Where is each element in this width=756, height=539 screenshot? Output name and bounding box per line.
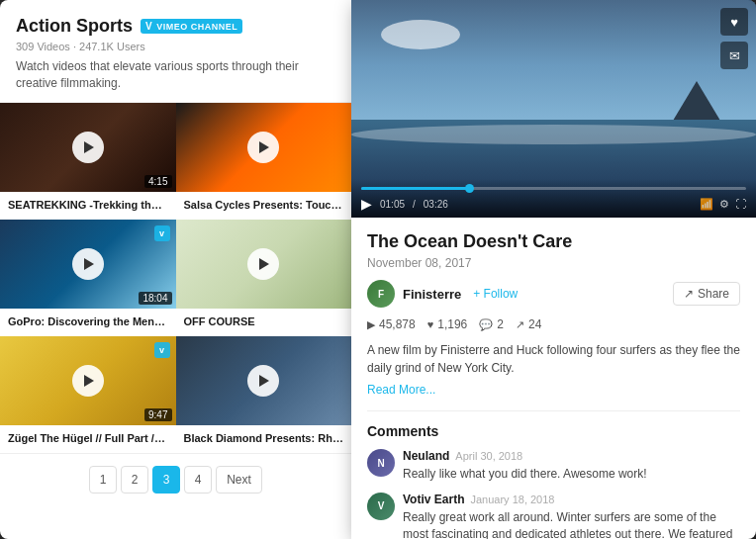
current-time: 01:05 — [380, 199, 405, 210]
video-info-4: OFF COURSE — [176, 309, 352, 336]
video-thumb-4 — [176, 220, 352, 309]
play-triangle-icon — [84, 375, 94, 387]
comment-2-author-row: Votiv Earth January 18, 2018 — [403, 493, 740, 506]
comment-1-body: Neuland April 30, 2018 Really like what … — [403, 449, 647, 483]
stats-row: ▶ 45,878 ♥ 1,196 💬 2 ↗ 24 — [367, 317, 740, 331]
share-video-button[interactable]: ✉ — [720, 42, 748, 69]
duration-badge-3: 18:04 — [139, 292, 171, 305]
cloud-decoration — [381, 20, 460, 49]
video-info-2: Salsa Cycles Presents: Touching The S... — [176, 192, 352, 220]
video-player: ♥ ✉ ▶ 01:05 / 03:26 📶 ⚙ ⛶ — [351, 0, 756, 218]
play-triangle-icon — [84, 141, 94, 153]
author-info: F Finisterre + Follow — [367, 280, 518, 308]
play-pause-button[interactable]: ▶ — [361, 196, 372, 212]
video-card-6[interactable]: Black Diamond Presents: Rhythm — [176, 336, 352, 453]
comment-1-date: April 30, 2018 — [455, 450, 522, 462]
progress-bar[interactable] — [361, 187, 746, 190]
favorite-button[interactable]: ♥ — [720, 8, 748, 36]
video-card-5[interactable]: v 9:47 Zügel The Hügel // Full Part // B… — [0, 336, 176, 453]
plays-count: 45,878 — [379, 317, 416, 331]
page-1-button[interactable]: 1 — [89, 466, 117, 494]
video-card-3[interactable]: v 18:04 GoPro: Discovering the Mentawais… — [0, 220, 176, 336]
comments-stat: 💬 2 — [479, 317, 504, 331]
right-panel: ♥ ✉ ▶ 01:05 / 03:26 📶 ⚙ ⛶ — [351, 0, 756, 539]
share-button[interactable]: ↗ Share — [673, 282, 740, 306]
progress-handle[interactable] — [465, 184, 474, 193]
read-more-button[interactable]: Read More... — [367, 383, 740, 397]
play-stat-icon: ▶ — [367, 318, 375, 331]
comment-stat-icon: 💬 — [479, 318, 493, 331]
author-row: F Finisterre + Follow ↗ Share — [367, 280, 740, 308]
author-avatar: F — [367, 280, 395, 308]
play-triangle-icon — [259, 258, 269, 270]
comment-2-body: Votiv Earth January 18, 2018 Really grea… — [403, 493, 740, 539]
play-triangle-icon — [84, 258, 94, 270]
video-info-3: GoPro: Discovering the Mentawais in 4K — [0, 309, 176, 336]
comment-1-author: Neuland — [403, 449, 449, 463]
video-title-5: Zügel The Hügel // Full Part // BIRDS BR… — [8, 431, 168, 445]
vimeo-v-badge-3: v — [154, 225, 170, 241]
video-date: November 08, 2017 — [367, 256, 740, 270]
total-time: 03:26 — [424, 199, 448, 210]
play-button-6[interactable] — [247, 365, 279, 397]
video-info-6: Black Diamond Presents: Rhythm — [176, 425, 352, 453]
video-thumb-6 — [176, 336, 352, 425]
comments-section: Comments N Neuland April 30, 2018 Really… — [367, 410, 740, 539]
comment-2-text: Really great work all around. Winter sur… — [403, 509, 740, 539]
video-meta-section: The Ocean Doesn't Care November 08, 2017… — [351, 218, 756, 539]
comment-2-author: Votiv Earth — [403, 493, 464, 506]
video-card-1[interactable]: 4:15 SEATREKKING -Trekking the Ocean — [0, 103, 176, 220]
video-title-4: OFF COURSE — [184, 314, 344, 328]
share-stat-icon: ↗ — [516, 318, 524, 331]
video-title-6: Black Diamond Presents: Rhythm — [184, 431, 344, 445]
next-page-button[interactable]: Next — [216, 466, 262, 494]
play-button-4[interactable] — [247, 248, 279, 280]
video-main-title: The Ocean Doesn't Care — [367, 231, 740, 252]
right-controls: 📶 ⚙ ⛶ — [700, 198, 746, 211]
video-info-1: SEATREKKING -Trekking the Ocean — [0, 192, 176, 220]
main-container: Action Sports v VIMEO CHANNEL 309 Videos… — [0, 0, 756, 539]
play-triangle-icon — [259, 375, 269, 387]
plays-stat: ▶ 45,878 — [367, 317, 416, 331]
shares-count: 24 — [528, 317, 541, 331]
comment-1-avatar: N — [367, 449, 395, 477]
vimeo-badge-label: VIMEO CHANNEL — [156, 22, 237, 32]
volume-icon[interactable]: 📶 — [700, 198, 713, 211]
controls-row: ▶ 01:05 / 03:26 📶 ⚙ ⛶ — [361, 196, 746, 212]
wave-decoration — [351, 125, 756, 144]
play-button-5[interactable] — [72, 365, 104, 397]
page-4-button[interactable]: 4 — [184, 466, 212, 494]
video-thumb-5: v 9:47 — [0, 336, 176, 425]
play-button-3[interactable] — [72, 248, 104, 280]
like-stat-icon: ♥ — [427, 318, 434, 330]
video-card-2[interactable]: Salsa Cycles Presents: Touching The S... — [176, 103, 352, 220]
duration-badge-1: 4:15 — [144, 175, 171, 188]
video-title-1: SEATREKKING -Trekking the Ocean — [8, 198, 168, 212]
play-button-1[interactable] — [72, 132, 104, 163]
channel-title: Action Sports — [16, 16, 133, 37]
play-button-2[interactable] — [247, 132, 279, 163]
fullscreen-icon[interactable]: ⛶ — [735, 198, 746, 210]
comment-1-text: Really like what you did there. Awesome … — [403, 466, 647, 483]
vimeo-v-badge-5: v — [154, 342, 170, 358]
video-card-4[interactable]: OFF COURSE — [176, 220, 352, 336]
player-controls: ▶ 01:05 / 03:26 📶 ⚙ ⛶ — [351, 179, 756, 218]
vimeo-badge: v VIMEO CHANNEL — [141, 19, 242, 34]
page-2-button[interactable]: 2 — [121, 466, 148, 494]
follow-button[interactable]: + Follow — [473, 287, 518, 301]
left-panel: Action Sports v VIMEO CHANNEL 309 Videos… — [0, 0, 351, 539]
shares-stat: ↗ 24 — [516, 317, 541, 331]
settings-icon[interactable]: ⚙ — [719, 198, 729, 211]
comments-count: 2 — [497, 317, 504, 331]
video-info-5: Zügel The Hügel // Full Part // BIRDS BR… — [0, 425, 176, 453]
video-title-3: GoPro: Discovering the Mentawais in 4K — [8, 314, 168, 328]
share-label: Share — [698, 287, 729, 301]
comment-1: N Neuland April 30, 2018 Really like wha… — [367, 449, 740, 483]
pagination: 1 2 3 4 Next — [0, 453, 351, 505]
channel-meta: 309 Videos · 247.1K Users — [16, 41, 335, 52]
vimeo-v-icon: v — [145, 21, 152, 32]
time-separator: / — [413, 199, 416, 210]
page-3-button[interactable]: 3 — [152, 466, 180, 494]
comment-2-date: January 18, 2018 — [470, 494, 554, 505]
comment-1-author-row: Neuland April 30, 2018 — [403, 449, 647, 463]
